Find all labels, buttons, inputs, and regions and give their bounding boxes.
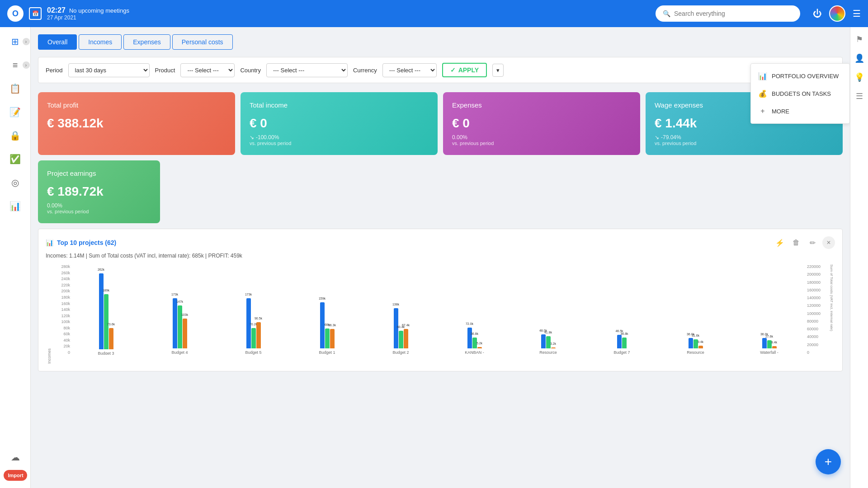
tab-personal-costs[interactable]: Personal costs	[172, 34, 233, 50]
list-icon: ≡	[13, 60, 18, 70]
tab-expenses[interactable]: Expenses	[123, 34, 170, 50]
app-logo[interactable]: O	[7, 5, 24, 22]
stat-card-profit: Total profit € 388.12k	[38, 92, 235, 155]
product-label: Product	[155, 67, 175, 74]
bar: 159k	[320, 302, 325, 348]
calendar-icon[interactable]: 📅	[29, 7, 42, 20]
income-sub: vs. previous period	[250, 141, 429, 146]
tab-incomes[interactable]: Incomes	[79, 34, 122, 50]
chart-edit-btn[interactable]: ✏	[806, 236, 819, 249]
bar: 60.4k	[399, 331, 403, 348]
bar-group: 46.5k36.8kBudget 7	[586, 273, 658, 355]
bar: 68k	[325, 328, 330, 348]
search-box[interactable]: 🔍	[656, 5, 800, 22]
right-sidebar: ⚑ 👤 💡 ☰	[850, 27, 868, 488]
dropdown-panel: 📊 PORTFOLIO OVERVIEW 💰 BUDGETS ON TASKS …	[750, 63, 850, 124]
income-value: € 0	[250, 116, 429, 131]
stat-card-project-earnings: Project earnings € 189.72k 0.00% vs. pre…	[38, 160, 160, 223]
left-sidebar: ⊞ › ≡ › 📋 📝 🔒 ✅ ◎ 📊 ☁ Import	[0, 27, 31, 488]
chart-header: 📊 Top 10 projects (62) ⚡ 🗑 ✏ ✕	[46, 236, 835, 249]
lock-icon: 🔒	[9, 130, 21, 141]
currency-label: Currency	[353, 67, 377, 74]
wage-change: ↘ -79.04%	[655, 134, 834, 141]
period-select[interactable]: last 30 days	[68, 63, 150, 77]
chart-delete-btn[interactable]: 🗑	[790, 236, 802, 249]
expenses-title: Expenses	[452, 101, 631, 109]
sidebar-item-list[interactable]: ≡ ›	[5, 54, 26, 76]
chart-wrapper: Incomes 0 20k 40k 60k 80k 100k 120k 140k…	[46, 264, 835, 364]
country-select[interactable]: --- Select ---	[266, 63, 348, 77]
sidebar-expand-btn[interactable]: ›	[23, 38, 30, 45]
bar-group: 36.0k31.6k9.4kResource	[660, 273, 731, 355]
fab-button[interactable]: +	[816, 449, 841, 474]
sidebar-item-dashboard[interactable]: ⊞ ›	[5, 31, 26, 52]
search-input[interactable]	[674, 10, 793, 17]
chart-close-btn[interactable]: ✕	[822, 236, 835, 249]
y-axis-right: 0 20000 40000 60000 80000 100000 120000 …	[805, 264, 827, 364]
menu-icon[interactable]: ☰	[853, 8, 861, 19]
bar: 262k	[99, 273, 104, 349]
search-icon: 🔍	[663, 10, 670, 17]
sidebar-item-checklist[interactable]: 📝	[5, 101, 26, 123]
chart-filter-btn[interactable]: ⚡	[774, 236, 786, 249]
expenses-value: € 0	[452, 116, 631, 131]
dropdown-item-portfolio[interactable]: 📊 PORTFOLIO OVERVIEW	[751, 67, 849, 85]
bar: 147k	[178, 305, 182, 348]
apply-button[interactable]: ✓ APPLY	[442, 63, 487, 77]
header: O 📅 02:27 No upcoming meetings 27 Apr 20…	[0, 0, 868, 27]
sidebar-item-cloud[interactable]: ☁	[5, 446, 26, 468]
dropdown-item-budgets[interactable]: 💰 BUDGETS ON TASKS	[751, 85, 849, 103]
check-icon: ✅	[9, 154, 21, 164]
wage-sub: vs. previous period	[655, 141, 834, 146]
budgets-label: BUDGETS ON TASKS	[772, 90, 831, 97]
target-icon: ◎	[11, 177, 19, 188]
sidebar-item-approvals[interactable]: ✅	[5, 148, 26, 170]
bar: 70.2k	[251, 328, 256, 348]
filters-bar: Period last 30 days Product --- Select -…	[38, 57, 843, 83]
bar-group: 72.0k36.8k5.2kKANBAN -	[439, 273, 510, 355]
bar: 103k	[183, 319, 187, 348]
dashboard-icon: ⊞	[11, 36, 19, 47]
lightbulb-icon[interactable]: 💡	[854, 72, 864, 82]
stat-card-expenses: Expenses € 0 0.00% vs. previous period	[443, 92, 640, 155]
apply-dropdown-btn[interactable]: ▾	[492, 64, 504, 77]
more-label: MORE	[772, 108, 789, 115]
header-right-icons: ⏻ ☰	[813, 5, 861, 22]
bar: 90.5k	[256, 322, 261, 348]
stat-card-income: Total income € 0 ↘ -100.00% vs. previous…	[241, 92, 438, 155]
bar: 8.4k	[772, 346, 777, 348]
tab-overall[interactable]: Overall	[38, 34, 77, 50]
y-axis-left: 0 20k 40k 60k 80k 100k 120k 140k 160k 18…	[54, 264, 70, 364]
checklist-icon: 📝	[9, 107, 21, 117]
product-select[interactable]: --- Select ---	[180, 63, 235, 77]
sidebar-item-security[interactable]: 🔒	[5, 125, 26, 146]
sidebar-item-targets[interactable]: ◎	[5, 172, 26, 193]
bars-area: 262k189k73.6kBudget 3173k147k103kBudget …	[70, 264, 805, 364]
no-meetings-text: No upcoming meetings	[69, 7, 129, 14]
flag-icon[interactable]: ⚑	[856, 34, 863, 44]
checkmark-icon: ✓	[450, 66, 456, 74]
sidebar-expand-list[interactable]: ›	[23, 61, 30, 69]
user-avatar[interactable]	[829, 5, 845, 22]
power-icon[interactable]: ⏻	[813, 9, 822, 19]
bar: 72.0k	[467, 328, 472, 348]
bar: 66.3k	[330, 329, 335, 348]
current-time: 02:27	[47, 6, 66, 14]
sidebar-item-tasks[interactable]: 📋	[5, 78, 26, 99]
dropdown-item-more[interactable]: + MORE	[751, 103, 849, 120]
import-button[interactable]: Import	[4, 470, 27, 481]
currency-select[interactable]: --- Select ---	[382, 63, 437, 77]
tasks-icon: 📋	[9, 83, 21, 94]
user-search-icon[interactable]: 👤	[854, 53, 864, 63]
country-label: Country	[240, 67, 261, 74]
chart-icon: 📊	[46, 239, 53, 246]
chart-title: 📊 Top 10 projects (62)	[46, 239, 116, 246]
bar: 173k	[173, 298, 177, 348]
expenses-sub: vs. previous period	[452, 141, 631, 146]
portfolio-icon: 📊	[758, 72, 767, 80]
task-list-icon[interactable]: ☰	[856, 91, 863, 101]
bar-group: 262k189k73.6kBudget 3	[70, 273, 142, 355]
wage-change-pct: -79.04%	[661, 134, 681, 141]
sidebar-item-reports[interactable]: 📊	[5, 195, 26, 217]
income-arrow: ↘	[250, 134, 254, 141]
